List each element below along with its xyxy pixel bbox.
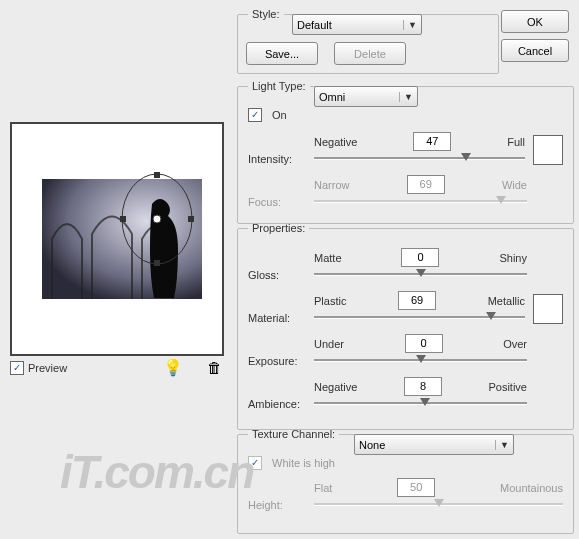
svg-rect-4 [120,216,126,222]
texture-select[interactable]: None▼ [354,434,514,455]
white-high-label: White is high [272,457,335,469]
delete-button[interactable]: Delete [334,42,406,65]
light-legend: Light Type: [248,80,310,92]
light-color-swatch[interactable] [533,135,563,165]
ambience-slider[interactable] [314,396,527,410]
style-legend: Style: [248,8,284,20]
exposure-label: Exposure: [248,355,314,367]
preview-label: Preview [28,362,67,374]
ok-button[interactable]: OK [501,10,569,33]
light-group: Light Type: Omni▼ On Intensity: Negative… [237,80,574,224]
material-label: Material: [248,312,314,324]
intensity-value[interactable]: 47 [413,132,451,151]
svg-point-6 [153,215,161,223]
gloss-value[interactable]: 0 [401,248,439,267]
texture-legend: Texture Channel: [248,428,339,440]
properties-group: Properties: Gloss: Matte0Shiny Material:… [237,222,574,430]
height-label: Height: [248,499,314,511]
ambience-label: Ambience: [248,398,314,410]
focus-label: Focus: [248,196,314,208]
focus-value: 69 [407,175,445,194]
lightbulb-icon[interactable]: 💡 [163,358,183,377]
save-button[interactable]: Save... [246,42,318,65]
gloss-label: Gloss: [248,269,314,281]
material-value[interactable]: 69 [398,291,436,310]
chevron-down-icon: ▼ [495,440,509,450]
preview-canvas[interactable] [10,122,224,356]
properties-legend: Properties: [248,222,309,234]
svg-rect-2 [154,172,160,178]
svg-rect-3 [154,260,160,266]
chevron-down-icon: ▼ [399,92,413,102]
style-select[interactable]: Default▼ [292,14,422,35]
chevron-down-icon: ▼ [403,20,417,30]
intensity-slider[interactable] [314,151,525,165]
on-checkbox[interactable] [248,108,262,122]
height-value: 50 [397,478,435,497]
material-color-swatch[interactable] [533,294,563,324]
preview-checkbox[interactable] [10,361,24,375]
watermark: iT.com.cn [60,445,253,499]
trash-icon[interactable]: 🗑 [207,359,222,376]
on-label: On [272,109,287,121]
ambience-value[interactable]: 8 [404,377,442,396]
gloss-slider[interactable] [314,267,527,281]
exposure-slider[interactable] [314,353,527,367]
intensity-label: Intensity: [248,153,314,165]
light-type-select[interactable]: Omni▼ [314,86,418,107]
exposure-value[interactable]: 0 [405,334,443,353]
material-slider[interactable] [314,310,525,324]
style-group: Style: Default▼ Save... Delete [237,8,499,74]
svg-rect-5 [188,216,194,222]
focus-slider [314,194,527,208]
cancel-button[interactable]: Cancel [501,39,569,62]
texture-group: Texture Channel: None▼ White is high Hei… [237,428,574,534]
svg-rect-0 [42,179,202,299]
height-slider [314,497,563,511]
